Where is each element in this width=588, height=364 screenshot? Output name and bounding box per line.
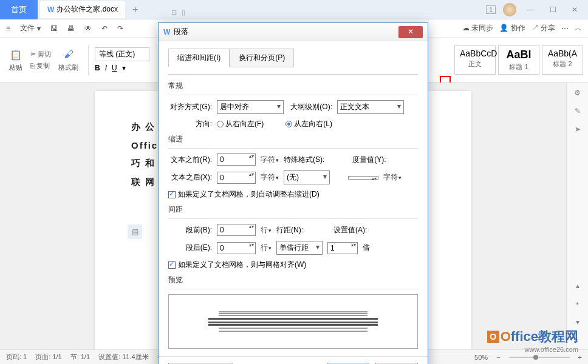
- measure-label: 度量值(Y):: [352, 155, 386, 165]
- window-count-badge[interactable]: 1: [486, 5, 496, 14]
- tab-indent-spacing[interactable]: 缩进和间距(I): [168, 49, 230, 67]
- word-icon: W: [163, 28, 170, 36]
- dialog-tabs: 缩进和间距(I) 换行和分页(P): [168, 49, 418, 67]
- window-tab-bar: 首页 W 办公软件之家.docx ⊡ ▯ + 1 — ☐ ✕: [0, 0, 588, 19]
- floating-panel-icon[interactable]: ▤: [128, 224, 142, 239]
- after-para-label: 段后(E):: [168, 243, 212, 253]
- style-heading1[interactable]: AaBl 标题 1: [498, 46, 539, 75]
- unit-line[interactable]: 行: [261, 225, 272, 235]
- section-general: 常规: [168, 81, 418, 91]
- close-button[interactable]: ✕: [567, 5, 582, 14]
- special-format-label: 特殊格式(S):: [284, 155, 324, 165]
- copy-icon: ⎘: [30, 62, 35, 69]
- unit-times: 倍: [363, 243, 370, 253]
- watermark-logo-icon: O: [487, 331, 499, 343]
- after-para-spinner[interactable]: 0: [217, 242, 256, 254]
- unit-char[interactable]: 字符: [261, 155, 279, 165]
- direction-label: 方向:: [168, 119, 212, 129]
- style-heading2[interactable]: AaBb(A 标题 2: [542, 46, 583, 75]
- zoom-slider[interactable]: [509, 357, 570, 358]
- cut-button[interactable]: ✂剪切: [30, 50, 51, 59]
- direction-ltr-radio[interactable]: 从左向右(L): [285, 119, 332, 129]
- format-painter-group[interactable]: 🖌 格式刷: [55, 45, 82, 75]
- tab-document[interactable]: W 办公软件之家.docx: [40, 1, 125, 18]
- after-text-label: 文本之后(X):: [168, 172, 212, 183]
- alignment-select[interactable]: 居中对齐: [217, 100, 284, 114]
- unit-char[interactable]: 字符: [261, 172, 279, 183]
- style-normal[interactable]: AaBbCcD 正文: [454, 46, 496, 75]
- tab-device-icons: ⊡ ▯: [171, 8, 185, 16]
- new-tab-button[interactable]: +: [132, 4, 138, 15]
- pencil-icon[interactable]: ✎: [575, 107, 581, 115]
- line-spacing-select[interactable]: 单倍行距: [276, 241, 323, 255]
- cursor-icon[interactable]: ➤: [575, 125, 581, 133]
- avatar[interactable]: [503, 3, 516, 16]
- save-icon[interactable]: 🖫: [50, 24, 58, 33]
- share-button[interactable]: ↗ 分享: [532, 23, 555, 33]
- minimize-button[interactable]: —: [524, 5, 538, 14]
- style-gallery: AaBbCcD 正文 AaBl 标题 1 AaBb(A 标题 2: [454, 46, 583, 75]
- gear-icon[interactable]: ⚙: [574, 89, 581, 97]
- page-count[interactable]: 页面: 1/1: [35, 352, 61, 362]
- tab-line-page-breaks[interactable]: 换行和分页(P): [230, 49, 294, 67]
- zoom-level[interactable]: 50%: [474, 354, 488, 361]
- dialog-titlebar[interactable]: W 段落 ✕: [159, 23, 428, 41]
- file-menu[interactable]: 文件▾: [20, 23, 41, 33]
- undo-icon[interactable]: ↶: [101, 24, 108, 33]
- word-icon: W: [47, 5, 54, 14]
- paste-group[interactable]: 📋 粘贴: [5, 45, 27, 75]
- section-count[interactable]: 节: 1/1: [70, 352, 90, 362]
- bold-button[interactable]: B: [95, 64, 100, 72]
- section-indent: 缩进: [168, 134, 418, 144]
- phone-icon[interactable]: ▯: [182, 8, 185, 16]
- before-text-spinner[interactable]: 0: [217, 153, 256, 166]
- dialog-close-button[interactable]: ✕: [398, 26, 423, 38]
- outline-select[interactable]: 正文文本: [337, 100, 404, 114]
- italic-button[interactable]: I: [105, 64, 107, 72]
- before-para-spinner[interactable]: 0: [217, 224, 256, 236]
- tab-home[interactable]: 首页: [0, 0, 38, 19]
- maximize-button[interactable]: ☐: [545, 5, 560, 14]
- zoom-in-button[interactable]: +: [578, 354, 582, 361]
- position-setting[interactable]: 设置值: 11.4厘米: [98, 352, 149, 362]
- more-icon[interactable]: ⋯: [561, 24, 569, 33]
- watermark: O Office教程网 www.office26.com: [487, 328, 578, 346]
- section-spacing: 间距: [168, 204, 418, 215]
- grid-align-checkbox[interactable]: 如果定义了文档网格，则与网格对齐(W): [168, 260, 306, 270]
- direction-rtl-radio[interactable]: 从右向左(F): [217, 119, 264, 129]
- preview-icon[interactable]: 👁: [84, 24, 92, 33]
- measure-spinner[interactable]: [348, 176, 378, 180]
- before-text-label: 文本之前(R):: [168, 155, 212, 165]
- scroll-down-icon[interactable]: ▾: [576, 318, 579, 326]
- copy-button[interactable]: ⎘复制: [30, 61, 51, 70]
- sync-status[interactable]: ☁ 未同步: [462, 23, 493, 33]
- scroll-marker-icon: •: [576, 300, 578, 308]
- unit-line[interactable]: 行: [261, 243, 272, 253]
- page-number[interactable]: 页码: 1: [6, 352, 27, 362]
- redo-icon[interactable]: ↷: [117, 24, 123, 33]
- chevron-up-icon[interactable]: ︿: [575, 23, 582, 33]
- preview-box: [168, 294, 418, 349]
- print-icon[interactable]: 🖶: [67, 24, 75, 33]
- app-menu-icon[interactable]: ≡: [6, 24, 10, 33]
- special-format-select[interactable]: (无): [284, 170, 330, 184]
- after-text-spinner[interactable]: 0: [217, 172, 256, 184]
- scroll-up-icon[interactable]: ▴: [576, 281, 579, 290]
- alignment-label: 对齐方式(G):: [168, 102, 212, 112]
- doc-title: 办公软件之家.docx: [56, 4, 118, 15]
- divider: [88, 45, 89, 75]
- paragraph-dialog: W 段落 ✕ 缩进和间距(I) 换行和分页(P) 常规 对齐方式(G): 居中对…: [158, 22, 428, 364]
- underline-button[interactable]: U: [112, 64, 117, 72]
- unit-char[interactable]: 字符: [383, 172, 402, 183]
- right-sidebar: ⚙ ✎ ➤ ▴ • ▾ ‹: [566, 83, 588, 349]
- font-family-select[interactable]: 等线 (正文): [95, 47, 149, 61]
- brush-icon: 🖌: [61, 47, 76, 62]
- before-para-label: 段前(B):: [168, 225, 212, 235]
- more-font-icon[interactable]: ▾: [122, 64, 126, 72]
- set-value-label: 设置值(A):: [333, 225, 367, 235]
- monitor-icon[interactable]: ⊡: [171, 8, 177, 16]
- collab-button[interactable]: 👤 协作: [499, 23, 525, 33]
- auto-indent-checkbox[interactable]: 如果定义了文档网格，则自动调整右缩进(D): [168, 189, 320, 200]
- zoom-out-button[interactable]: −: [496, 354, 500, 361]
- set-value-spinner[interactable]: 1: [327, 242, 358, 254]
